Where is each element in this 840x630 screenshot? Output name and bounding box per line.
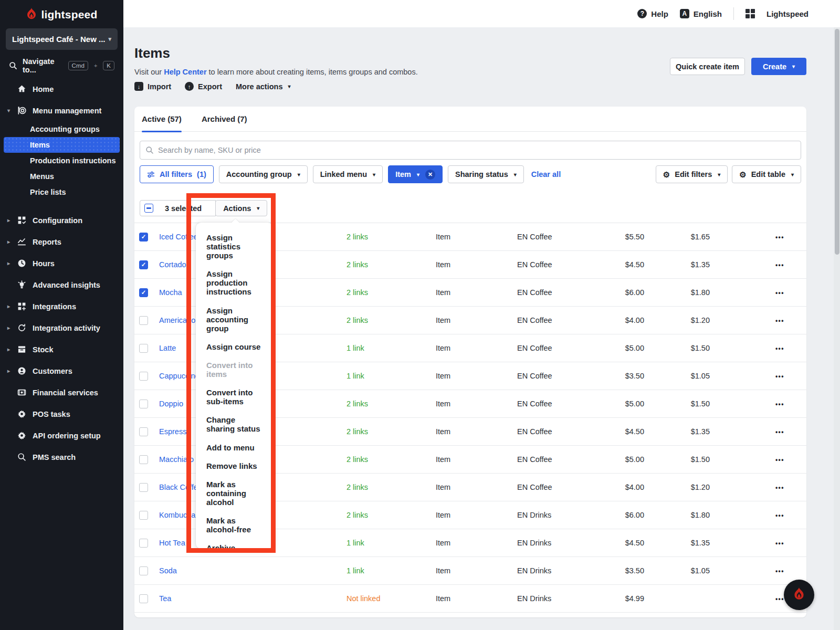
sidebar-item-home[interactable]: Home	[0, 78, 123, 100]
links-status[interactable]: 2 links	[346, 427, 368, 436]
all-filters-button[interactable]: All filters (1)	[140, 165, 214, 183]
row-menu-button[interactable]: •••	[775, 401, 784, 408]
row-menu-button[interactable]: •••	[775, 234, 784, 241]
item-name-link[interactable]: Cappuccino	[159, 372, 200, 380]
export-button[interactable]: ↑ Export	[185, 82, 222, 91]
item-name-link[interactable]: Tea	[159, 594, 171, 603]
row-menu-button[interactable]: •••	[775, 568, 784, 575]
row-checkbox[interactable]: ✓	[139, 288, 148, 297]
row-menu-button[interactable]: •••	[775, 317, 784, 324]
menu-item-convert-into-sub-items[interactable]: Convert into sub-items	[206, 388, 262, 406]
row-checkbox[interactable]	[139, 455, 148, 464]
row-checkbox[interactable]: ✓	[139, 233, 148, 242]
sidebar-item-hours[interactable]: ▸Hours	[0, 253, 123, 274]
help-center-link[interactable]: Help Center	[164, 68, 206, 76]
item-filter-chip[interactable]: Item ▾ ✕	[388, 165, 443, 183]
menu-item-assign-production-instructions[interactable]: Assign production instructions	[206, 269, 262, 296]
row-menu-button[interactable]: •••	[775, 484, 784, 491]
menu-item-mark-as-containing-alcohol[interactable]: Mark as containing alcohol	[206, 480, 262, 507]
row-menu-button[interactable]: •••	[775, 345, 784, 352]
sidebar-item-api-ordering-setup[interactable]: API ordering setup	[0, 425, 123, 446]
row-menu-button[interactable]: •••	[775, 428, 784, 436]
links-status[interactable]: 2 links	[346, 233, 368, 241]
menu-item-assign-accounting-group[interactable]: Assign accounting group	[206, 306, 262, 333]
item-name-link[interactable]: Doppio	[159, 400, 183, 408]
sidebar-item-menus[interactable]: Menus	[4, 169, 120, 184]
row-menu-button[interactable]: •••	[775, 261, 784, 269]
bulk-actions-button[interactable]: Actions ▾	[215, 200, 267, 216]
import-button[interactable]: ↓ Import	[134, 82, 171, 91]
location-selector[interactable]: Lightspeed Café - New ... ▾	[6, 28, 118, 50]
item-name-link[interactable]: Americano	[159, 316, 195, 324]
links-status[interactable]: 2 links	[346, 483, 368, 491]
row-checkbox[interactable]	[139, 594, 148, 603]
sidebar-item-advanced-insights[interactable]: Advanced insights	[0, 274, 123, 296]
row-menu-button[interactable]: •••	[775, 540, 784, 547]
linked-menu-filter[interactable]: Linked menu ▾	[313, 165, 383, 183]
account-menu[interactable]: Lightspeed	[766, 9, 808, 18]
links-status[interactable]: 1 link	[346, 372, 364, 380]
sidebar-item-price-lists[interactable]: Price lists	[4, 184, 120, 200]
clear-all-link[interactable]: Clear all	[531, 170, 561, 178]
row-checkbox[interactable]	[139, 316, 148, 325]
links-status[interactable]: 2 links	[346, 260, 368, 269]
row-checkbox[interactable]	[139, 427, 148, 436]
vertical-scrollbar[interactable]	[834, 27, 840, 630]
sidebar-item-integrations[interactable]: ▸Integrations	[0, 296, 123, 317]
quick-create-item-button[interactable]: Quick create item	[670, 58, 745, 75]
sidebar-item-accounting-groups[interactable]: Accounting groups	[4, 121, 120, 137]
row-checkbox[interactable]	[139, 511, 148, 520]
item-name-link[interactable]: Espresso	[159, 427, 191, 436]
menu-item-archive[interactable]: Archive	[206, 543, 262, 552]
item-name-link[interactable]: Latte	[159, 344, 176, 352]
accounting-group-filter[interactable]: Accounting group ▾	[219, 165, 308, 183]
sidebar-item-reports[interactable]: ▸Reports	[0, 231, 123, 253]
sidebar-item-customers[interactable]: ▸Customers	[0, 360, 123, 382]
row-menu-button[interactable]: •••	[775, 512, 784, 519]
item-name-link[interactable]: Macchiato	[159, 455, 194, 464]
row-checkbox[interactable]	[139, 400, 148, 408]
select-all-checkbox[interactable]	[144, 204, 153, 213]
sidebar-item-items[interactable]: Items	[4, 137, 120, 153]
links-status[interactable]: 2 links	[346, 511, 368, 519]
item-name-link[interactable]: Soda	[159, 566, 177, 575]
tab-archived[interactable]: Archived (7)	[202, 107, 247, 132]
row-menu-button[interactable]: •••	[775, 289, 784, 297]
sidebar-item-pos-tasks[interactable]: POS tasks	[0, 403, 123, 425]
menu-item-add-to-menu[interactable]: Add to menu	[206, 443, 262, 452]
navigate-search[interactable]: Navigate to... Cmd + K	[6, 58, 118, 73]
links-status[interactable]: 2 links	[346, 455, 368, 464]
apps-grid-icon[interactable]	[746, 9, 755, 18]
item-name-link[interactable]: Hot Tea	[159, 539, 185, 547]
row-checkbox[interactable]	[139, 483, 148, 492]
sidebar-item-stock[interactable]: ▸Stock	[0, 339, 123, 360]
row-checkbox[interactable]	[139, 539, 148, 548]
scrollbar-thumb[interactable]	[835, 29, 839, 255]
search-input[interactable]	[158, 146, 795, 154]
language-button[interactable]: A English	[680, 9, 722, 18]
item-name-link[interactable]: Kombucha	[159, 511, 195, 519]
sidebar-item-configuration[interactable]: ▸Configuration	[0, 209, 123, 231]
links-status[interactable]: 1 link	[346, 344, 364, 352]
create-button[interactable]: Create ▾	[751, 58, 806, 75]
row-menu-button[interactable]: •••	[775, 456, 784, 464]
row-menu-button[interactable]: •••	[775, 595, 784, 603]
links-status[interactable]: 2 links	[346, 400, 368, 408]
row-checkbox[interactable]	[139, 344, 148, 353]
item-name-link[interactable]: Iced Coffee	[159, 233, 198, 241]
links-status[interactable]: 2 links	[346, 288, 368, 297]
help-button[interactable]: ? Help	[637, 9, 668, 18]
assistant-fab-button[interactable]	[784, 580, 814, 610]
sidebar-item-financial-services[interactable]: Financial services	[0, 382, 123, 403]
edit-table-button[interactable]: ⚙ Edit table ▾	[732, 165, 801, 183]
links-status[interactable]: 1 link	[346, 539, 364, 547]
edit-filters-button[interactable]: ⚙ Edit filters ▾	[656, 165, 728, 183]
sidebar-item-menu-management[interactable]: ▾Menu management	[0, 100, 123, 121]
tab-active[interactable]: Active (57)	[142, 107, 182, 132]
row-checkbox[interactable]	[139, 566, 148, 575]
menu-item-mark-as-alcohol-free[interactable]: Mark as alcohol-free	[206, 516, 262, 534]
sidebar-item-pms-search[interactable]: PMS search	[0, 446, 123, 468]
menu-item-remove-links[interactable]: Remove links	[206, 461, 262, 470]
links-status[interactable]: Not linked	[346, 594, 380, 603]
menu-item-assign-statistics-groups[interactable]: Assign statistics groups	[206, 233, 262, 260]
